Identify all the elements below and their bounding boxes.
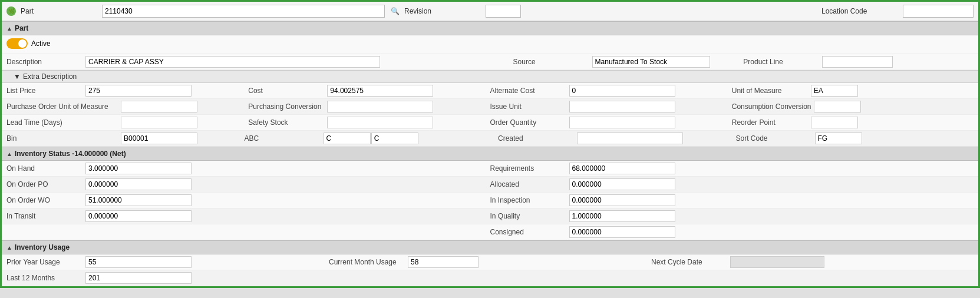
description-row: Description Source Product Line <box>2 54 978 70</box>
order-qty-label: Order Quantity <box>490 118 567 127</box>
requirements-label: Requirements <box>490 164 567 173</box>
bin-row: Bin ABC Created Sort Code <box>2 131 978 147</box>
next-cycle-input[interactable] <box>730 256 824 268</box>
reorder-point-label: Reorder Point <box>732 118 809 127</box>
issue-unit-input[interactable] <box>569 101 675 112</box>
requirements-input[interactable] <box>569 163 675 174</box>
reorder-point-input[interactable] <box>811 117 858 128</box>
on-order-wo-input[interactable] <box>85 194 192 206</box>
part-label: Part <box>21 7 97 15</box>
lead-time-row: Lead Time (Days) Safety Stock Order Quan… <box>2 115 978 131</box>
order-qty-input[interactable] <box>569 117 675 128</box>
bin-label: Bin <box>6 134 118 143</box>
in-transit-row: In Transit In Quality <box>2 208 978 224</box>
prior-year-row: Prior Year Usage Current Month Usage Nex… <box>2 254 978 270</box>
part-section-title: Part <box>15 24 28 32</box>
on-order-po-label: On Order PO <box>6 180 83 188</box>
list-price-row: List Price Cost Alternate Cost Unit of M… <box>2 83 978 99</box>
created-label: Created <box>498 134 575 143</box>
in-inspection-label: In Inspection <box>490 196 567 204</box>
abc-code-input[interactable] <box>371 133 418 144</box>
toggle-track[interactable] <box>6 38 28 49</box>
consigned-input[interactable] <box>569 226 675 238</box>
product-line-label: Product Line <box>743 58 820 66</box>
current-month-label: Current Month Usage <box>329 258 405 266</box>
extra-desc-arrow[interactable]: ▼ <box>14 72 21 81</box>
current-month-input[interactable] <box>408 256 479 268</box>
alt-cost-input[interactable] <box>569 85 675 97</box>
on-order-po-row: On Order PO Allocated <box>2 177 978 193</box>
inv-status-title: Inventory Status -14.000000 (Net) <box>15 150 126 158</box>
lead-time-input[interactable] <box>121 117 197 128</box>
in-quality-input[interactable] <box>569 210 675 222</box>
on-order-wo-label: On Order WO <box>6 196 83 204</box>
active-toggle-row: Active <box>2 35 978 54</box>
prior-year-input[interactable] <box>85 256 192 268</box>
on-hand-row: On Hand Requirements <box>2 161 978 177</box>
inv-usage-title: Inventory Usage <box>15 243 70 251</box>
list-price-label: List Price <box>6 87 83 95</box>
allocated-input[interactable] <box>569 178 675 190</box>
description-label: Description <box>6 58 83 66</box>
in-quality-label: In Quality <box>490 212 567 220</box>
purchasing-conv-input[interactable] <box>327 101 433 112</box>
location-input[interactable] <box>903 5 974 18</box>
sort-code-input[interactable] <box>815 133 862 144</box>
extra-desc-title: Extra Description <box>23 72 77 81</box>
consigned-row: Consigned <box>2 224 978 240</box>
on-hand-label: On Hand <box>6 164 83 173</box>
abc-input[interactable] <box>324 133 371 144</box>
safety-stock-label: Safety Stock <box>248 118 325 127</box>
purchasing-conv-label: Purchasing Conversion <box>248 102 325 111</box>
po-unit-row: Purchase Order Unit of Measure Purchasin… <box>2 99 978 115</box>
extra-desc-header: ▼ Extra Description <box>2 70 978 83</box>
lead-time-label: Lead Time (Days) <box>6 118 118 127</box>
active-toggle[interactable]: Active <box>6 38 51 49</box>
last-12-input[interactable] <box>85 272 192 284</box>
next-cycle-label: Next Cycle Date <box>651 258 728 266</box>
on-order-po-input[interactable] <box>85 178 192 190</box>
inv-usage-arrow[interactable]: ▲ <box>6 244 12 251</box>
consumption-conv-input[interactable] <box>814 101 861 112</box>
cost-label: Cost <box>248 87 325 95</box>
search-icon: 🔍 <box>391 7 400 15</box>
source-label: Source <box>513 58 590 66</box>
part-section-header: ▲ Part <box>2 21 978 35</box>
uom-input[interactable] <box>811 85 858 97</box>
sort-code-label: Sort Code <box>736 134 813 143</box>
safety-stock-input[interactable] <box>327 117 433 128</box>
on-order-wo-row: On Order WO In Inspection <box>2 193 978 208</box>
part-icon: 🌿 <box>6 6 16 16</box>
on-hand-input[interactable] <box>85 163 192 174</box>
uom-label: Unit of Measure <box>732 87 809 95</box>
allocated-label: Allocated <box>490 180 567 188</box>
inv-status-arrow[interactable]: ▲ <box>6 151 12 157</box>
last-12-row: Last 12 Months <box>2 270 978 286</box>
po-unit-label: Purchase Order Unit of Measure <box>6 102 118 111</box>
part-collapse-arrow[interactable]: ▲ <box>6 25 12 32</box>
inventory-status-header: ▲ Inventory Status -14.000000 (Net) <box>2 147 978 161</box>
source-input[interactable] <box>592 56 710 68</box>
revision-label: Revision <box>404 7 481 15</box>
cost-input[interactable] <box>327 85 433 97</box>
inventory-usage-header: ▲ Inventory Usage <box>2 240 978 254</box>
in-transit-input[interactable] <box>85 210 192 222</box>
created-input[interactable] <box>577 133 683 144</box>
issue-unit-label: Issue Unit <box>490 102 567 111</box>
po-unit-input[interactable] <box>121 101 197 112</box>
abc-label: ABC <box>245 134 321 143</box>
top-bar: 🌿 Part 🔍 Revision Location Code <box>2 2 978 21</box>
prior-year-label: Prior Year Usage <box>6 258 83 266</box>
in-inspection-input[interactable] <box>569 194 675 206</box>
bin-input[interactable] <box>121 133 197 144</box>
toggle-thumb <box>18 39 27 48</box>
location-label: Location Code <box>821 7 898 15</box>
product-line-input[interactable] <box>822 56 893 68</box>
alt-cost-label: Alternate Cost <box>490 87 567 95</box>
list-price-input[interactable] <box>85 85 192 97</box>
consumption-conv-label: Consumption Conversion <box>732 102 811 111</box>
consigned-label: Consigned <box>490 228 567 236</box>
part-number-input[interactable] <box>102 5 385 18</box>
revision-input[interactable] <box>486 5 521 18</box>
description-input[interactable] <box>85 56 380 68</box>
